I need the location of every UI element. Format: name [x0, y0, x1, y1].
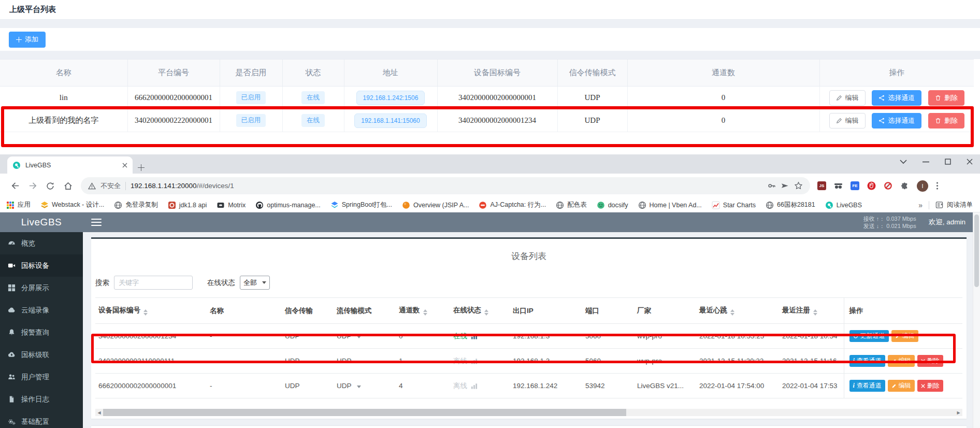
page-title: 上级平台列表 — [9, 5, 56, 15]
browser-tab-livegbs[interactable]: LiveGBS — [7, 156, 133, 174]
sidebar-item-gb-cascade[interactable]: 国标级联 — [0, 344, 83, 366]
chevron-down-icon[interactable] — [357, 361, 361, 363]
send-to-device-icon[interactable] — [781, 181, 789, 190]
new-tab-button[interactable] — [138, 164, 145, 171]
extension-incognito-icon[interactable] — [834, 181, 843, 190]
add-platform-button[interactable]: 添加 — [9, 32, 46, 48]
extensions-puzzle-icon[interactable] — [900, 181, 909, 190]
col-heartbeat[interactable]: 最近心跳 — [696, 298, 779, 324]
extension-fe-icon[interactable]: FE — [851, 181, 859, 190]
bookmark-copy-free[interactable]: 免登录复制 — [114, 201, 158, 209]
window-maximize-icon[interactable] — [945, 159, 951, 165]
profile-avatar[interactable]: I — [917, 180, 928, 192]
extension-blocker-hand-icon[interactable] — [867, 181, 876, 190]
sidebar-item-user-management[interactable]: 用户管理 — [0, 366, 83, 388]
chevron-down-icon[interactable] — [357, 336, 361, 338]
scroll-left-arrow-icon[interactable]: ◀ — [95, 409, 103, 416]
bookmark-springboot[interactable]: SpringBoot打包... — [330, 201, 392, 209]
not-secure-warning-icon[interactable] — [88, 182, 96, 190]
home-icon[interactable] — [59, 177, 77, 195]
scrollbar-track[interactable] — [103, 409, 955, 416]
delete-button[interactable]: 删除 — [928, 90, 964, 106]
edit-button[interactable]: 编辑 — [829, 90, 866, 106]
delete-button[interactable]: 删除 — [917, 380, 943, 392]
sort-icon[interactable] — [730, 309, 734, 316]
sidebar-item-split-screen[interactable]: 分屏展示 — [0, 277, 83, 299]
select-channel-button[interactable]: 选择通道 — [872, 113, 921, 129]
password-key-icon[interactable] — [767, 181, 776, 190]
delete-button[interactable]: 删除 — [917, 355, 943, 367]
edit-button[interactable]: 编辑 — [829, 113, 866, 129]
bookmark-overview-jsip[interactable]: Overview (JSIP A... — [402, 201, 469, 209]
col-device-id[interactable]: 设备国标编号 — [95, 298, 207, 324]
receive-rate: 接收 ↑： 0.037 Mbps — [863, 215, 916, 222]
window-minimize-icon[interactable] — [923, 161, 929, 163]
divider — [0, 20, 980, 28]
bookmark-apps[interactable]: 应用 — [6, 201, 31, 209]
sort-icon[interactable] — [484, 309, 488, 316]
edit-button[interactable]: 编辑 — [888, 355, 915, 367]
back-icon[interactable] — [6, 177, 24, 195]
bookmark-gb28181[interactable]: 66国标28181 — [766, 201, 815, 209]
omnibox[interactable]: 不安全 192.168.1.141:20000/#/devices/1 — [81, 177, 810, 194]
bookmark-color-table[interactable]: 配色表 — [556, 201, 587, 209]
extension-js-icon[interactable]: JS — [817, 181, 826, 190]
bookmark-optimus[interactable]: optimus-manage... — [255, 201, 321, 209]
bandwidth-chart-icon[interactable] — [471, 333, 478, 339]
sidebar-item-basic-config[interactable]: 基础配置 — [0, 410, 83, 428]
stream-mode-select[interactable]: UDP — [334, 324, 396, 349]
bookmark-webstack[interactable]: Webstack - 设计... — [40, 201, 104, 209]
sort-icon[interactable] — [423, 309, 427, 316]
bookmark-motrix[interactable]: Motrix — [217, 201, 246, 209]
sort-icon[interactable] — [813, 309, 817, 316]
orange-ball-icon — [402, 201, 410, 209]
bookmark-jdk-api[interactable]: jdk1.8 api — [168, 201, 207, 209]
view-channel-button[interactable]: i 查看通道 — [849, 355, 885, 367]
forward-icon[interactable] — [24, 177, 41, 195]
reading-list-button[interactable]: 阅读清单 — [935, 201, 973, 209]
edit-button[interactable]: 编辑 — [891, 330, 918, 342]
bookmark-star-icon[interactable] — [794, 181, 803, 190]
sidebar-item-gb-devices[interactable]: 国标设备 — [0, 254, 83, 277]
browser-vertical-scrollbar[interactable] — [973, 212, 980, 428]
scroll-right-arrow-icon[interactable]: ▶ — [955, 409, 962, 416]
update-channel-button[interactable]: 更新通道 — [849, 330, 889, 342]
bookmark-vben-home[interactable]: Home | Vben Ad... — [638, 201, 702, 209]
window-chevron-icon[interactable] — [900, 160, 907, 164]
online-status-select[interactable]: 全部 — [240, 276, 270, 290]
col-registered[interactable]: 最近注册 — [779, 298, 844, 324]
sidebar-item-cloud-record[interactable]: 云端录像 — [0, 299, 83, 321]
sidebar-item-alarm-query[interactable]: 报警查询 — [0, 321, 83, 344]
tab-close-icon[interactable] — [122, 163, 127, 168]
stream-mode-select[interactable]: UDP — [334, 374, 396, 398]
extension-no-sign-icon[interactable] — [884, 181, 892, 190]
sidebar-item-overview[interactable]: 概览 — [0, 232, 83, 254]
edit-button[interactable]: 编辑 — [888, 380, 915, 392]
browser-menu-kebab-icon[interactable] — [936, 181, 945, 190]
sidebar-toggle-icon[interactable] — [91, 219, 102, 226]
col-online-status[interactable]: 在线状态 — [450, 298, 510, 324]
view-channel-button[interactable]: i 查看通道 — [849, 380, 885, 392]
sidebar-item-operation-log[interactable]: 操作日志 — [0, 388, 83, 410]
sort-icon[interactable] — [143, 309, 148, 316]
security-label[interactable]: 不安全 — [100, 181, 121, 191]
scrollbar-thumb[interactable] — [103, 409, 626, 416]
bookmark-docsify[interactable]: docsify — [597, 201, 628, 209]
select-channel-button[interactable]: 选择通道 — [872, 90, 921, 106]
chevron-down-icon[interactable] — [357, 386, 361, 388]
bookmarks-overflow-chevron[interactable]: » — [918, 201, 923, 209]
bookmark-livegbs[interactable]: LiveGBS — [825, 201, 862, 209]
stream-mode-select[interactable]: UDP — [334, 349, 396, 374]
col-channels[interactable]: 通道数 — [396, 298, 450, 324]
window-close-icon[interactable] — [967, 159, 973, 165]
heartbeat-time: 2021-12-15 11:20:22 — [696, 349, 779, 374]
bookmark-star-charts[interactable]: Star Charts — [712, 201, 756, 209]
scrollbar-thumb[interactable] — [974, 215, 979, 287]
search-input[interactable] — [114, 276, 193, 290]
delete-button[interactable]: 删除 — [928, 113, 964, 129]
url-text[interactable]: 192.168.1.141:20000/#/devices/1 — [131, 182, 234, 190]
horizontal-scrollbar[interactable]: ◀ ▶ — [95, 409, 962, 416]
welcome-user[interactable]: 欢迎, admin — [929, 218, 965, 227]
bookmark-aj-captcha[interactable]: AJ-Captcha: 行为... — [479, 201, 546, 209]
reload-icon[interactable] — [41, 177, 59, 195]
